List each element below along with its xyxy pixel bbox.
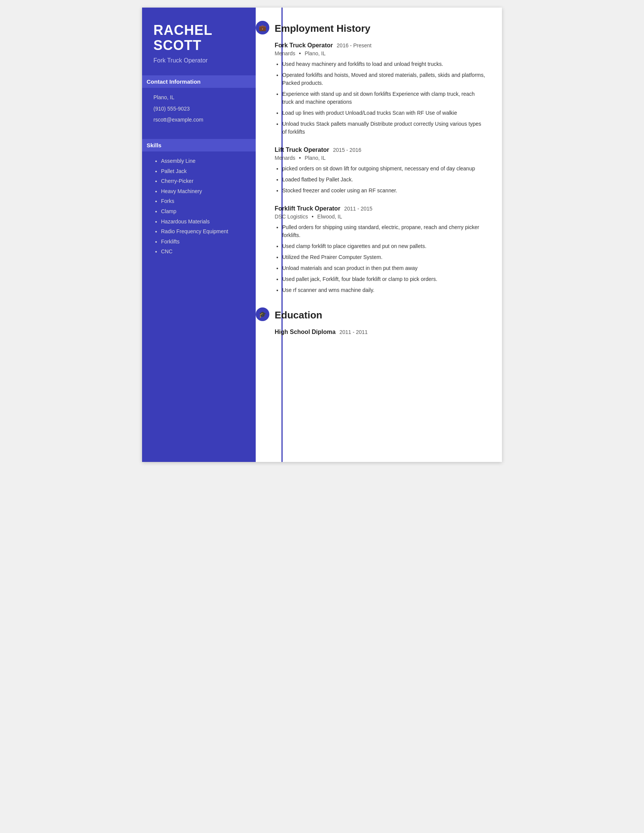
skill-forks: Forks <box>161 198 244 205</box>
job-2-company: Menards • Plano, IL <box>275 155 487 161</box>
contact-section-header: Contact Information <box>142 76 256 88</box>
main-content: 💼 Employment History Fork Truck Operator… <box>256 8 502 462</box>
skills-section-header: Skills <box>142 139 256 151</box>
job-1-bullet-3: Experience with stand up and sit down fo… <box>282 90 487 106</box>
education-section: 🎓 Education High School Diploma 2011 - 2… <box>275 309 487 336</box>
graduation-icon: 🎓 <box>256 307 269 321</box>
skill-clamp: Clamp <box>161 208 244 215</box>
skill-pallet-jack: Pallet Jack <box>161 168 244 175</box>
job-1: Fork Truck Operator 2016 - Present Menar… <box>275 42 487 136</box>
job-2-bullet-2: Loaded flatbed by Pallet Jack. <box>282 176 487 183</box>
sidebar: RACHEL SCOTT Fork Truck Operator Contact… <box>142 8 256 462</box>
job-2-bullet-3: Stocked freezer and cooler using an RF s… <box>282 187 487 195</box>
job-2-title-row: Lift Truck Operator 2015 - 2016 <box>275 146 487 153</box>
candidate-name: RACHEL SCOTT <box>153 23 244 53</box>
job-1-bullet-2: Operated forklifts and hoists, Moved and… <box>282 71 487 87</box>
skill-heavy-machinery: Heavy Machinery <box>161 188 244 195</box>
job-3-bullet-5: Used pallet jack, Forklift, four blade f… <box>282 275 487 283</box>
employment-section-title: Employment History <box>275 23 487 34</box>
resume-container: RACHEL SCOTT Fork Truck Operator Contact… <box>142 8 502 462</box>
skill-assembly-line: Assembly Line <box>161 158 244 165</box>
job-1-dates: 2016 - Present <box>337 42 372 48</box>
job-2-bullet-1: picked orders on sit down lift for outgo… <box>282 165 487 173</box>
job-3-company: DSC Logistics • Elwood, IL <box>275 214 487 220</box>
job-3-bullet-1: Pulled orders for shipping using standar… <box>282 224 487 239</box>
job-3-bullet-6: Use rf scanner and wms machine daily. <box>282 286 487 294</box>
job-3-title: Forklift Truck Operator <box>275 205 340 212</box>
employment-section: 💼 Employment History Fork Truck Operator… <box>275 23 487 294</box>
job-3-dates: 2011 - 2015 <box>344 206 372 212</box>
skill-hazardous-materials: Hazardous Materials <box>161 218 244 226</box>
job-2-bullets: picked orders on sit down lift for outgo… <box>275 165 487 195</box>
job-2-dates: 2015 - 2016 <box>333 147 361 153</box>
job-1-bullets: Used heavy machinery and forklifts to lo… <box>275 60 487 136</box>
job-1-bullet-1: Used heavy machinery and forklifts to lo… <box>282 60 487 68</box>
job-3-bullet-2: Used clamp forklift to place cigarettes … <box>282 242 487 250</box>
job-2: Lift Truck Operator 2015 - 2016 Menards … <box>275 146 487 195</box>
skills-section: Skills Assembly Line Pallet Jack Cherry-… <box>153 139 244 258</box>
education-section-title: Education <box>275 309 487 321</box>
skill-forklifts: Forklifts <box>161 238 244 246</box>
job-1-company: Menards • Plano, IL <box>275 50 487 56</box>
candidate-title: Fork Truck Operator <box>153 57 244 64</box>
briefcase-icon: 💼 <box>256 21 269 34</box>
job-1-title: Fork Truck Operator <box>275 42 333 49</box>
job-1-bullet-4: Load up lines with product Unload/Load t… <box>282 109 487 117</box>
contact-email: rscott@example.com <box>153 116 244 124</box>
edu-item-1: High School Diploma 2011 - 2011 <box>275 329 487 336</box>
job-1-bullet-5: Unload trucks Stack pallets manually Dis… <box>282 120 487 136</box>
skill-radio-frequency: Radio Frequency Equipment <box>161 228 244 235</box>
edu-dates: 2011 - 2011 <box>340 329 368 335</box>
skills-list: Assembly Line Pallet Jack Cherry-Picker … <box>153 158 244 256</box>
job-1-title-row: Fork Truck Operator 2016 - Present <box>275 42 487 49</box>
contact-location: Plano, IL <box>153 94 244 101</box>
job-3-bullets: Pulled orders for shipping using standar… <box>275 224 487 294</box>
job-3: Forklift Truck Operator 2011 - 2015 DSC … <box>275 205 487 294</box>
job-3-bullet-4: Unload materials and scan product in the… <box>282 264 487 272</box>
skill-cnc: CNC <box>161 248 244 256</box>
job-3-bullet-3: Utilized the Red Prairer Computer System… <box>282 253 487 261</box>
skill-cherry-picker: Cherry-Picker <box>161 178 244 185</box>
contact-phone: (910) 555-9023 <box>153 105 244 113</box>
job-3-title-row: Forklift Truck Operator 2011 - 2015 <box>275 205 487 212</box>
edu-degree: High School Diploma <box>275 329 336 336</box>
job-2-title: Lift Truck Operator <box>275 146 329 153</box>
